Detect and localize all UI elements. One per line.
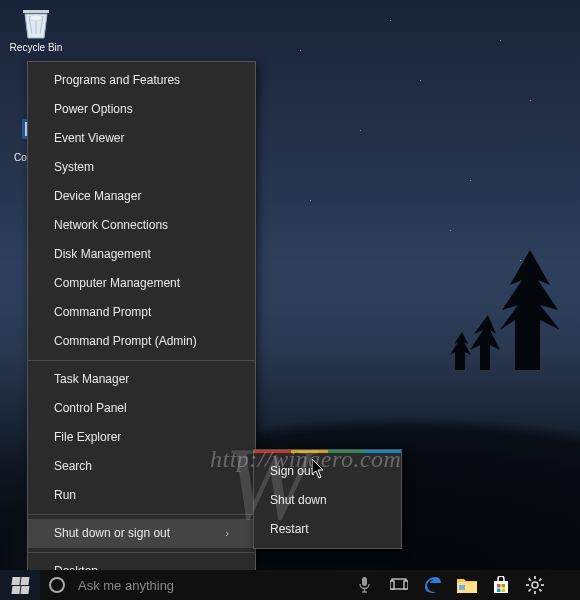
- color-strip: [254, 450, 401, 453]
- menu-item-network-connections[interactable]: Network Connections: [28, 211, 255, 240]
- svg-point-17: [532, 582, 538, 588]
- taskbar: Ask me anything: [0, 570, 580, 600]
- menu-item-system[interactable]: System: [28, 153, 255, 182]
- svg-rect-15: [497, 589, 501, 593]
- menu-item-event-viewer[interactable]: Event Viewer: [28, 124, 255, 153]
- menu-item-label: Programs and Features: [54, 66, 180, 95]
- menu-item-disk-management[interactable]: Disk Management: [28, 240, 255, 269]
- svg-rect-12: [459, 585, 465, 590]
- desktop-icon-recycle-bin[interactable]: Recycle Bin: [6, 4, 66, 53]
- cortana-button[interactable]: [40, 570, 74, 600]
- svg-point-0: [30, 15, 42, 21]
- menu-item-label: Device Manager: [54, 182, 141, 211]
- gear-icon: [526, 576, 544, 594]
- settings-button[interactable]: [518, 570, 552, 600]
- edge-browser-button[interactable]: [416, 570, 450, 600]
- menu-item-programs-and-features[interactable]: Programs and Features: [28, 66, 255, 95]
- svg-rect-11: [404, 581, 408, 589]
- menu-item-search[interactable]: Search: [28, 452, 255, 481]
- task-view-button[interactable]: [382, 570, 416, 600]
- menu-item-label: System: [54, 153, 94, 182]
- submenu-item-restart[interactable]: Restart: [254, 515, 401, 544]
- store-button[interactable]: [484, 570, 518, 600]
- menu-item-computer-management[interactable]: Computer Management: [28, 269, 255, 298]
- store-icon: [492, 576, 510, 594]
- microphone-button[interactable]: [352, 570, 376, 600]
- file-explorer-button[interactable]: [450, 570, 484, 600]
- task-view-icon: [390, 578, 408, 592]
- menu-item-label: Task Manager: [54, 365, 129, 394]
- menu-item-command-prompt-admin[interactable]: Command Prompt (Admin): [28, 327, 255, 356]
- search-placeholder: Ask me anything: [78, 578, 174, 593]
- menu-item-label: Search: [54, 452, 92, 481]
- menu-item-control-panel[interactable]: Control Panel: [28, 394, 255, 423]
- svg-rect-16: [502, 589, 506, 593]
- tree-silhouette-icon: [450, 210, 570, 370]
- folder-icon: [457, 577, 477, 593]
- menu-item-command-prompt[interactable]: Command Prompt: [28, 298, 255, 327]
- cortana-circle-icon: [49, 577, 65, 593]
- menu-item-device-manager[interactable]: Device Manager: [28, 182, 255, 211]
- svg-line-25: [529, 589, 531, 591]
- desktop-icon-label: Recycle Bin: [10, 42, 63, 53]
- winx-context-menu: Programs and FeaturesPower OptionsEvent …: [27, 61, 256, 591]
- submenu-item-shut-down[interactable]: Shut down: [254, 486, 401, 515]
- svg-rect-13: [497, 584, 501, 588]
- menu-item-file-explorer[interactable]: File Explorer: [28, 423, 255, 452]
- edge-icon: [423, 575, 443, 595]
- submenu-item-sign-out[interactable]: Sign out: [254, 457, 401, 486]
- menu-item-power-options[interactable]: Power Options: [28, 95, 255, 124]
- menu-item-label: Event Viewer: [54, 124, 124, 153]
- chevron-right-icon: ›: [225, 519, 229, 548]
- menu-item-label: Disk Management: [54, 240, 151, 269]
- menu-item-label: Network Connections: [54, 211, 168, 240]
- svg-line-23: [539, 589, 541, 591]
- svg-line-24: [539, 579, 541, 581]
- menu-item-run[interactable]: Run: [28, 481, 255, 510]
- menu-item-label: Command Prompt: [54, 298, 151, 327]
- shutdown-submenu: Sign outShut downRestart: [253, 449, 402, 549]
- menu-item-label: Power Options: [54, 95, 133, 124]
- menu-item-label: Command Prompt (Admin): [54, 327, 197, 356]
- svg-rect-6: [362, 577, 367, 586]
- recycle-bin-icon: [18, 4, 54, 40]
- menu-item-task-manager[interactable]: Task Manager: [28, 365, 255, 394]
- start-button[interactable]: [0, 570, 40, 600]
- svg-rect-14: [502, 584, 506, 588]
- svg-rect-10: [390, 581, 394, 589]
- microphone-icon: [359, 577, 370, 593]
- menu-item-label: Computer Management: [54, 269, 180, 298]
- windows-logo-icon: [12, 577, 28, 593]
- search-input[interactable]: Ask me anything: [74, 570, 352, 600]
- menu-item-label: File Explorer: [54, 423, 121, 452]
- menu-item-label: Run: [54, 481, 76, 510]
- svg-line-22: [529, 579, 531, 581]
- menu-item-label: Control Panel: [54, 394, 127, 423]
- menu-item-shut-down-or-sign-out[interactable]: Shut down or sign out›: [28, 519, 255, 548]
- menu-item-label: Shut down or sign out: [54, 519, 170, 548]
